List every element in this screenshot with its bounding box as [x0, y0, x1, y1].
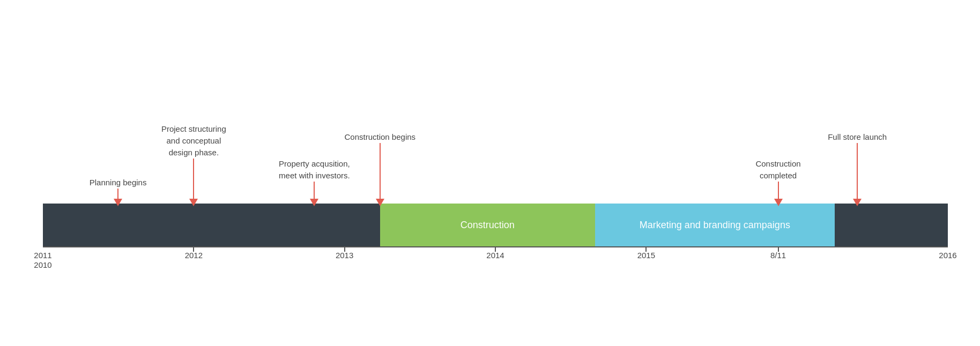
- milestone-arrow-line-project-structuring: [193, 159, 194, 199]
- milestone-arrow-line-full-store-launch: [857, 143, 858, 199]
- milestone-arrow-head-construction-begins: [376, 199, 384, 206]
- milestone-label-project-structuring: Project structuringand conceptualdesign …: [161, 123, 226, 158]
- bar-segment-marketing: Marketing and branding campaigns: [595, 204, 835, 246]
- year-label-y2015: 2015: [637, 251, 655, 260]
- milestone-arrow-line-construction-begins: [380, 143, 381, 199]
- year-label-y2016: 2016: [939, 251, 956, 260]
- bar-segment-construction: Construction: [380, 204, 595, 246]
- bar-segment-final: [835, 204, 948, 246]
- year-label-y2012: 2012: [185, 251, 203, 260]
- bar-segment-label-marketing: Marketing and branding campaigns: [640, 220, 790, 231]
- year-label-y2014: 2014: [486, 251, 504, 260]
- year-label-y2013: 2013: [336, 251, 353, 260]
- milestone-label-construction-completed: Constructioncompleted: [755, 158, 800, 182]
- year-label-y2010: 2010: [34, 260, 51, 269]
- milestone-arrow-head-construction-completed: [774, 199, 783, 206]
- year-label-y2011: 2011: [34, 251, 51, 260]
- milestone-arrow-head-planning-begins: [114, 199, 122, 206]
- milestone-arrow-line-property-acquisition: [314, 182, 315, 199]
- milestone-label-property-acquisition: Property acqusition,meet with investors.: [279, 158, 350, 182]
- timeline-container: ConstructionMarketing and branding campa…: [43, 0, 948, 346]
- bar-segment-label-construction: Construction: [461, 220, 515, 231]
- milestone-label-planning-begins: Planning begins: [90, 177, 147, 189]
- year-label-y8_11: 8/11: [770, 251, 786, 260]
- milestone-label-full-store-launch: Full store launch: [828, 131, 887, 143]
- milestone-arrow-line-planning-begins: [117, 189, 118, 199]
- bar-segment-planning: [43, 204, 380, 246]
- milestone-arrow-head-property-acquisition: [310, 199, 318, 206]
- milestone-arrow-line-construction-completed: [778, 182, 779, 199]
- milestone-arrow-head-full-store-launch: [853, 199, 862, 206]
- milestone-label-construction-begins: Construction begins: [344, 131, 415, 143]
- milestone-arrow-head-project-structuring: [189, 199, 198, 206]
- timeline-bar: ConstructionMarketing and branding campa…: [43, 204, 948, 246]
